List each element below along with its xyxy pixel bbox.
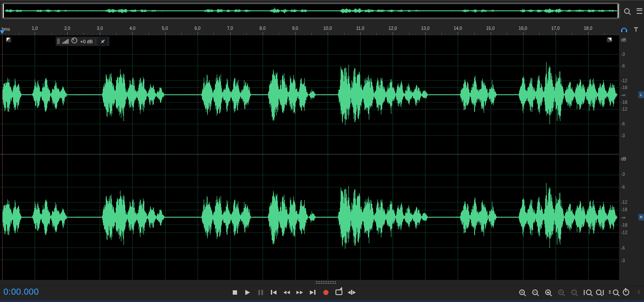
ruler-tick bbox=[445, 34, 445, 35]
ruler-tick bbox=[328, 32, 328, 35]
overview-waveform[interactable] bbox=[3, 4, 618, 18]
ruler-tick bbox=[406, 34, 406, 35]
zoom-selection-in-button[interactable]: + bbox=[556, 286, 566, 298]
playhead-line[interactable] bbox=[2, 35, 3, 280]
playhead-caret[interactable] bbox=[0, 30, 4, 34]
zoom-amplitude-button[interactable]: ↕ bbox=[608, 286, 618, 298]
waveform-editor: +0 dB dB-3-3-6-6-12-12-18-18-∞dB-3-3-6-6… bbox=[0, 35, 644, 280]
timeline-ruler[interactable]: hms 1,02,03,04,05,06,07,08,09,010,011,01… bbox=[0, 24, 619, 35]
ruler-tick-label: 17,0 bbox=[551, 26, 559, 31]
zoom-out-button[interactable]: − bbox=[530, 286, 540, 298]
ruler-tick bbox=[90, 34, 91, 35]
ruler-tick bbox=[15, 34, 16, 35]
overview-zoom-icon[interactable] bbox=[624, 8, 630, 14]
gain-value-label[interactable]: +0 dB bbox=[80, 39, 93, 44]
ruler-tick bbox=[536, 34, 537, 35]
horizontal-zoom-scrollbar[interactable] bbox=[0, 280, 644, 285]
audio-editor-window: hms 1,02,03,04,05,06,07,08,09,010,011,01… bbox=[0, 0, 644, 302]
zoom-in-button[interactable]: + bbox=[517, 286, 527, 298]
db-scale-header: dB bbox=[621, 157, 626, 161]
ruler-tick bbox=[35, 32, 35, 35]
waveform-display[interactable]: +0 dB bbox=[0, 35, 619, 280]
db-scale-column[interactable]: dB-3-3-6-6-12-12-18-18-∞dB-3-3-6-6-12-12… bbox=[619, 35, 632, 280]
ruler-tick bbox=[517, 34, 517, 35]
ruler-tick bbox=[500, 34, 501, 35]
ruler-tick bbox=[383, 34, 384, 35]
ruler-tick bbox=[220, 34, 221, 35]
pause-button[interactable] bbox=[256, 286, 266, 298]
zoom-in-right-button[interactable] bbox=[595, 286, 605, 298]
stop-button[interactable] bbox=[230, 286, 240, 298]
ruler-tick bbox=[61, 34, 61, 35]
ruler-tick bbox=[357, 34, 358, 35]
ruler-tick bbox=[455, 34, 455, 35]
zoom-full-button[interactable]: ▪ bbox=[543, 286, 553, 298]
skip-selection-button[interactable] bbox=[347, 286, 357, 298]
ruler-tick bbox=[12, 34, 13, 35]
waveform-channel-right[interactable] bbox=[0, 154, 619, 280]
overview-navigator[interactable] bbox=[2, 3, 620, 19]
zoom-vertical-button[interactable]: ↕ bbox=[634, 286, 644, 298]
ruler-tick bbox=[198, 32, 198, 35]
zoom-in-left-button[interactable] bbox=[582, 286, 592, 298]
fade-in-handle[interactable] bbox=[6, 37, 11, 42]
ruler-tick bbox=[116, 33, 117, 35]
hud-grip-handle[interactable] bbox=[57, 39, 60, 44]
ruler-tick bbox=[181, 33, 182, 35]
ruler-tick bbox=[582, 34, 582, 35]
fast-forward-button[interactable] bbox=[295, 286, 305, 298]
ruler-tick bbox=[562, 34, 563, 35]
ruler-tick bbox=[58, 34, 58, 35]
time-display[interactable]: 0:00.000 bbox=[3, 287, 39, 297]
ruler-tick bbox=[373, 34, 374, 35]
ruler-tick bbox=[191, 34, 192, 35]
db-tick-label: -12 bbox=[621, 107, 627, 112]
ruler-tick bbox=[559, 34, 559, 35]
waveform-channel-left[interactable] bbox=[0, 35, 619, 154]
gain-knob-icon[interactable] bbox=[71, 37, 78, 45]
ruler-tick bbox=[285, 34, 286, 35]
skip-to-start-button[interactable] bbox=[269, 286, 279, 298]
ruler-tick bbox=[19, 33, 19, 35]
rewind-button[interactable] bbox=[282, 286, 292, 298]
ruler-tick bbox=[201, 34, 201, 35]
skip-to-end-button[interactable] bbox=[308, 286, 318, 298]
ruler-tick bbox=[259, 34, 260, 35]
db-tick-label: -12 bbox=[621, 78, 627, 83]
ruler-tick bbox=[6, 34, 6, 35]
ruler-tick bbox=[240, 34, 240, 35]
timer-record-button[interactable] bbox=[621, 286, 631, 298]
ruler-tick bbox=[207, 34, 208, 35]
db-tick-label: -6 bbox=[621, 184, 625, 189]
ruler-tick bbox=[295, 32, 296, 35]
ruler-tick bbox=[360, 32, 361, 35]
hud-pin-button[interactable] bbox=[98, 38, 107, 45]
scrollbar-grip-handle[interactable] bbox=[315, 281, 336, 284]
channel-badge-l[interactable]: L bbox=[638, 91, 644, 98]
db-tick-label: -12 bbox=[621, 199, 627, 204]
ruler-tick bbox=[419, 34, 419, 35]
ruler-tick bbox=[591, 34, 592, 35]
ruler-tick bbox=[51, 33, 52, 35]
play-button[interactable] bbox=[243, 286, 253, 298]
loop-playback-button[interactable] bbox=[334, 286, 344, 298]
pin-icon[interactable] bbox=[633, 26, 639, 34]
ruler-tick bbox=[523, 32, 524, 35]
ruler-tick bbox=[510, 34, 511, 35]
headphones-icon[interactable] bbox=[621, 26, 628, 34]
ruler-tick bbox=[87, 34, 87, 35]
zoom-selection-out-button[interactable]: − bbox=[569, 286, 579, 298]
ruler-tick bbox=[178, 34, 179, 35]
channel-badge-r[interactable]: R bbox=[638, 214, 644, 221]
record-button[interactable] bbox=[321, 286, 331, 298]
db-tick-label: -3 bbox=[621, 258, 625, 263]
ruler-tick bbox=[175, 34, 175, 35]
ruler-tick bbox=[390, 34, 390, 35]
fade-out-handle[interactable] bbox=[607, 37, 612, 42]
ruler-tick bbox=[67, 32, 68, 35]
ruler-tick bbox=[227, 34, 227, 35]
volume-hud[interactable]: +0 dB bbox=[55, 36, 110, 46]
panel-menu-icon[interactable] bbox=[637, 8, 642, 14]
ruler-tick bbox=[103, 34, 104, 35]
ruler-tick bbox=[438, 34, 439, 35]
